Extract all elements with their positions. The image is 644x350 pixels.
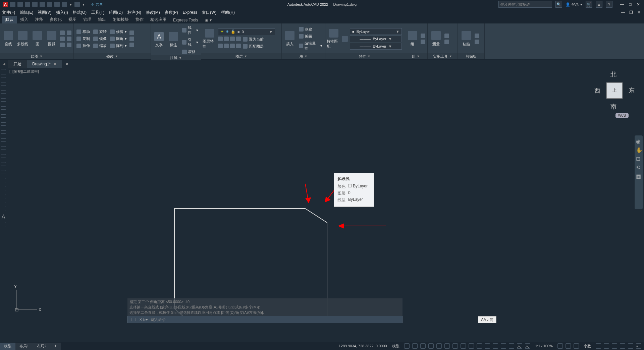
spline-icon[interactable]	[60, 31, 65, 35]
tab-annotate[interactable]: 注释	[32, 16, 46, 23]
arc-button[interactable]: 圆弧	[45, 29, 59, 49]
move-button[interactable]: 移动	[76, 29, 91, 35]
copy-clip-icon[interactable]	[475, 40, 479, 44]
mirror-button[interactable]: 镜像	[93, 36, 107, 42]
rect-icon[interactable]	[67, 31, 71, 35]
status-model-label[interactable]: 模型	[390, 344, 401, 349]
scale-button[interactable]: 缩放	[93, 43, 107, 49]
mdi-close-icon[interactable]: ✕	[636, 10, 642, 15]
menu-format[interactable]: 格式(O)	[73, 10, 87, 15]
color-dropdown[interactable]: ■ ByLayer▼	[350, 28, 402, 35]
layer-thaw-icon[interactable]	[224, 44, 229, 48]
linetype-button[interactable]: 线性 ▾	[181, 25, 199, 36]
undo-icon[interactable]	[62, 2, 67, 7]
lwdisplay-icon[interactable]	[469, 343, 474, 349]
file-tab-prev-icon[interactable]: ◄	[2, 62, 6, 66]
model-viewport[interactable]: [-][俯视][二维线框] A 多段线	[0, 68, 644, 337]
explode-icon[interactable]	[129, 37, 134, 41]
save-icon[interactable]	[25, 2, 30, 7]
isodraft-icon[interactable]	[436, 343, 442, 349]
tab-express-tools[interactable]: Express Tools	[170, 17, 201, 23]
paste-button[interactable]: 粘贴	[459, 29, 473, 49]
command-line[interactable]: 指定 第二个 倒角距离 <50.0000>: 40 选择第一条直线或 [放弃(U…	[127, 298, 402, 323]
help-icon[interactable]: ?	[606, 1, 612, 8]
open-web-icon[interactable]	[40, 2, 45, 7]
nav-wheel-icon[interactable]: ◉	[636, 138, 641, 143]
close-icon[interactable]: ✕	[635, 2, 641, 7]
offset-icon[interactable]	[129, 43, 134, 47]
tab-layout1[interactable]: 布局1	[15, 343, 33, 350]
redo-dropdown-icon[interactable]: ▼	[82, 3, 85, 6]
new-tab-icon[interactable]: ✕	[62, 60, 72, 68]
panel-group-title[interactable]: 组▼	[404, 53, 427, 59]
zoom-extents-icon[interactable]: ⊡	[636, 156, 641, 161]
showmotion-icon[interactable]: ▦	[636, 173, 641, 178]
maximize-icon[interactable]: □	[627, 2, 633, 7]
login-button[interactable]: 👤 登录 ▾	[566, 2, 582, 7]
panel-modify-title[interactable]: 修改▼	[74, 53, 151, 59]
orbit-icon[interactable]: ⟲	[636, 164, 641, 170]
lock-ui-icon[interactable]	[604, 343, 609, 349]
make-current-button[interactable]: 置为当前	[242, 37, 264, 42]
transparency-icon[interactable]	[477, 343, 482, 349]
tab-collab[interactable]: 协作	[132, 16, 147, 23]
circle-button[interactable]: 圆	[31, 29, 44, 49]
polyline-button[interactable]: 多段线	[16, 29, 30, 49]
tab-parametric[interactable]: 参数化	[46, 16, 65, 23]
trim-button[interactable]: 修剪 ▾	[109, 29, 127, 35]
linetype-dropdown[interactable]: ——— ByLayer▼	[350, 43, 402, 50]
selection-cycle-icon[interactable]	[485, 343, 490, 349]
redo-icon[interactable]	[74, 2, 80, 7]
panel-draw-title[interactable]: 绘图▼	[0, 53, 73, 59]
block-edit-button[interactable]: 编辑	[298, 34, 323, 39]
grid-mode-icon[interactable]	[404, 343, 410, 349]
hatch-icon[interactable]	[60, 43, 65, 47]
layer-freeze-icon[interactable]	[224, 37, 229, 41]
panel-props-title[interactable]: 特性▼	[325, 53, 404, 59]
panel-util-title[interactable]: 实用工具▼	[428, 53, 458, 59]
tab-drawing1[interactable]: Drawing1*✕	[27, 60, 62, 68]
line-button[interactable]: 直线	[1, 29, 15, 49]
array-button[interactable]: 阵列 ▾	[109, 43, 127, 49]
app-switcher-icon[interactable]: ▲	[596, 1, 602, 8]
measure-button[interactable]: 测量	[429, 29, 443, 49]
customize-status-icon[interactable]: ≡	[636, 343, 641, 349]
tab-layout2[interactable]: 布局2	[33, 343, 50, 350]
tab-output[interactable]: 输出	[95, 16, 109, 23]
undo-dropdown-icon[interactable]: ▼	[69, 3, 72, 6]
layer-on-icon[interactable]	[218, 37, 223, 41]
workspace-icon[interactable]	[557, 343, 563, 349]
ime-indicator[interactable]: AA ♪ 简	[478, 316, 496, 323]
cut-icon[interactable]	[475, 34, 479, 38]
cmd-handle-icon[interactable]: ⋮⋮	[130, 317, 137, 322]
menu-draw[interactable]: 绘图(D)	[109, 10, 123, 15]
block-attr-button[interactable]: 编辑属性 ▾	[298, 41, 323, 51]
ucs-icon[interactable]: Y X	[10, 283, 44, 316]
share-button[interactable]: ✈ 共享	[91, 2, 103, 7]
plot-icon[interactable]	[54, 2, 60, 7]
match-props-button[interactable]: 特性匹配	[327, 29, 340, 49]
dim-button[interactable]: 标注	[166, 30, 180, 50]
menu-tools[interactable]: 工具(T)	[91, 10, 104, 15]
tab-layout-plus[interactable]: +	[50, 343, 60, 350]
panel-clip-title[interactable]: 剪贴板	[458, 53, 484, 59]
menu-view[interactable]: 视图(V)	[38, 10, 51, 15]
dynucs-icon[interactable]	[493, 343, 498, 349]
units-label[interactable]: 小数	[582, 344, 593, 349]
tab-model[interactable]: 模型	[0, 343, 15, 350]
search-input[interactable]: 键入关键字或短语	[498, 1, 552, 8]
annotation-monitor-icon[interactable]	[566, 343, 571, 349]
clean-screen-icon[interactable]	[628, 343, 633, 349]
menu-insert[interactable]: 插入(I)	[56, 10, 68, 15]
text-button[interactable]: A文字	[152, 30, 166, 50]
tab-manage[interactable]: 管理	[80, 16, 95, 23]
menu-file[interactable]: 文件(F)	[2, 10, 15, 15]
block-insert-button[interactable]: 插入	[283, 29, 297, 49]
new-icon[interactable]	[10, 2, 15, 7]
view-cube-top[interactable]: 上	[606, 82, 623, 99]
units-icon[interactable]	[574, 343, 579, 349]
gizmo-icon[interactable]	[509, 343, 514, 349]
zoom-readout[interactable]: 1:1 / 100%	[533, 344, 555, 348]
menu-express[interactable]: Express	[183, 10, 197, 15]
mdi-minimize-icon[interactable]: —	[620, 10, 626, 15]
